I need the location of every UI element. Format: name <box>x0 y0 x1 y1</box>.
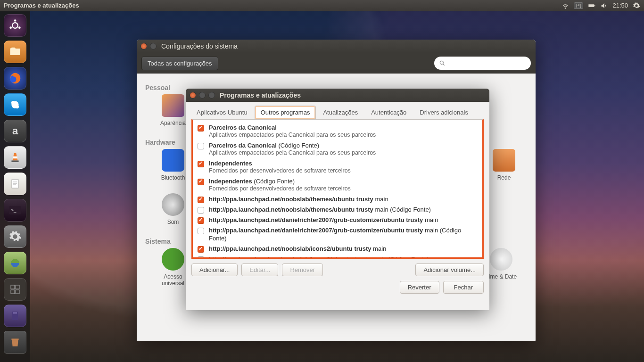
remove-button[interactable]: Remover <box>282 263 323 276</box>
close-icon[interactable] <box>190 92 196 99</box>
source-title: Parceiros da Canonical (Código Fonte) <box>209 142 376 149</box>
svg-point-3 <box>9 26 12 29</box>
launcher-document[interactable] <box>3 172 27 196</box>
source-description: Aplicativos empacotados pela Canonical p… <box>209 132 376 139</box>
edit-button[interactable]: Editar... <box>241 263 278 276</box>
updates-window-title: Programas e atualizações <box>220 91 301 99</box>
source-title: http://ppa.launchpad.net/noobslab/themes… <box>209 206 431 214</box>
sources-buttons: Adicionar... Editar... Remover Adicionar… <box>186 259 489 281</box>
launcher-software-center[interactable] <box>3 251 27 275</box>
settings-toolbar: Todas as configurações <box>137 53 536 74</box>
source-checkbox[interactable] <box>198 143 204 149</box>
gear-icon[interactable] <box>633 2 640 9</box>
software-updates-window: Programas e atualizações Aplicativos Ubu… <box>186 89 489 310</box>
source-title: http://ppa.launchpad.net/noobslab/icons2… <box>209 255 429 259</box>
source-row[interactable]: Parceiros da CanonicalAplicativos empaco… <box>193 123 482 140</box>
source-checkbox[interactable] <box>198 207 204 214</box>
source-checkbox[interactable] <box>198 256 204 259</box>
source-row[interactable]: http://ppa.launchpad.net/danielrichter20… <box>193 215 482 225</box>
source-checkbox[interactable] <box>198 246 204 253</box>
wifi-icon[interactable] <box>561 2 569 9</box>
launcher-disk-utility[interactable] <box>3 304 27 328</box>
add-volume-button[interactable]: Adicionar volume... <box>415 263 484 276</box>
source-title: Parceiros da Canonical <box>209 124 376 132</box>
settings-titlebar[interactable]: Configurações do sistema <box>137 40 536 53</box>
launcher-text-editor[interactable]: a <box>3 119 27 143</box>
revert-button[interactable]: Reverter <box>400 281 439 294</box>
close-icon[interactable] <box>140 43 147 49</box>
launcher-vlc[interactable] <box>3 145 27 170</box>
svg-rect-13 <box>11 285 15 289</box>
launcher-settings[interactable] <box>3 224 27 249</box>
svg-rect-15 <box>11 290 15 294</box>
svg-rect-5 <box>11 161 18 162</box>
maximize-icon[interactable] <box>208 92 215 99</box>
all-settings-button[interactable]: Todas as configurações <box>141 57 218 70</box>
tab-drivers-adicionais[interactable]: Drivers adicionais <box>413 106 474 119</box>
source-row[interactable]: http://ppa.launchpad.net/danielrichter20… <box>193 225 482 244</box>
volume-icon[interactable] <box>600 2 608 9</box>
source-row[interactable]: http://ppa.launchpad.net/noobslab/themes… <box>193 194 482 205</box>
launcher-workspace-switcher[interactable] <box>3 277 27 302</box>
svg-point-2 <box>18 26 21 29</box>
source-checkbox[interactable] <box>198 217 204 224</box>
source-checkbox[interactable] <box>198 179 204 185</box>
launcher-skype[interactable] <box>3 92 27 117</box>
svg-rect-6 <box>12 180 18 188</box>
updates-tabs: Aplicativos UbuntuOutros programasAtuali… <box>186 102 489 119</box>
launcher-terminal[interactable]: >_ <box>3 198 27 222</box>
tab-outros-programas[interactable]: Outros programas <box>255 106 316 119</box>
settings-item-network[interactable]: Rede <box>486 149 522 181</box>
svg-point-20 <box>440 61 443 64</box>
source-title: http://ppa.launchpad.net/danielrichter20… <box>209 227 478 242</box>
tab-aplicativos-ubuntu[interactable]: Aplicativos Ubuntu <box>190 106 254 119</box>
source-checkbox[interactable] <box>198 228 204 234</box>
updates-titlebar[interactable]: Programas e atualizações <box>186 89 489 102</box>
source-title: Independentes <box>209 160 351 167</box>
source-checkbox[interactable] <box>198 125 204 132</box>
minimize-icon[interactable] <box>199 92 206 99</box>
source-description: Aplicativos empacotados pela Canonical p… <box>209 149 376 157</box>
svg-line-21 <box>443 64 445 66</box>
launcher-firefox[interactable] <box>3 66 27 90</box>
dialog-buttons: Reverter Fechar <box>186 281 489 299</box>
source-title: Independentes (Código Fonte) <box>209 178 351 185</box>
source-row[interactable]: http://ppa.launchpad.net/noobslab/icons2… <box>193 254 482 259</box>
tab-autentica-o[interactable]: Autenticação <box>365 106 413 119</box>
source-title: http://ppa.launchpad.net/danielrichter20… <box>209 216 438 224</box>
settings-search-input[interactable] <box>434 57 531 70</box>
close-button[interactable]: Fechar <box>443 281 484 294</box>
unity-launcher: a >_ <box>0 11 30 362</box>
keyboard-indicator[interactable]: Pt <box>574 2 583 9</box>
launcher-dash[interactable] <box>3 13 27 38</box>
svg-text:>_: >_ <box>11 207 17 213</box>
system-tray: Pt 21:50 <box>561 2 640 9</box>
source-row[interactable]: IndependentesFornecidos por desenvolvedo… <box>193 158 482 176</box>
svg-point-1 <box>14 19 17 22</box>
svg-rect-16 <box>16 290 19 294</box>
search-icon <box>439 60 446 66</box>
battery-icon[interactable] <box>588 2 595 9</box>
add-button[interactable]: Adicionar... <box>191 263 238 276</box>
source-description: Fornecidos por desenvolvedores de softwa… <box>209 185 351 193</box>
source-checkbox[interactable] <box>198 161 204 167</box>
source-row[interactable]: http://ppa.launchpad.net/noobslab/icons2… <box>193 244 482 254</box>
source-description: Fornecidos por desenvolvedores de softwa… <box>209 167 351 175</box>
svg-rect-18 <box>13 313 17 313</box>
source-checkbox[interactable] <box>198 197 204 203</box>
source-row[interactable]: Parceiros da Canonical (Código Fonte)Apl… <box>193 140 482 158</box>
source-title: http://ppa.launchpad.net/noobslab/themes… <box>209 196 388 203</box>
panel-app-title: Programas e atualizações <box>4 2 561 9</box>
clock[interactable]: 21:50 <box>612 2 628 9</box>
launcher-trash[interactable] <box>3 330 27 354</box>
minimize-icon[interactable] <box>150 43 157 49</box>
settings-window-title: Configurações do sistema <box>161 42 238 50</box>
svg-point-0 <box>12 23 18 28</box>
launcher-files[interactable] <box>3 40 27 64</box>
source-row[interactable]: http://ppa.launchpad.net/noobslab/themes… <box>193 205 482 215</box>
svg-rect-19 <box>11 338 18 340</box>
tab-atualiza-es[interactable]: Atualizações <box>317 106 364 119</box>
source-row[interactable]: Independentes (Código Fonte)Fornecidos p… <box>193 176 482 194</box>
svg-rect-14 <box>16 285 19 289</box>
sources-list[interactable]: Parceiros da CanonicalAplicativos empaco… <box>191 119 484 259</box>
